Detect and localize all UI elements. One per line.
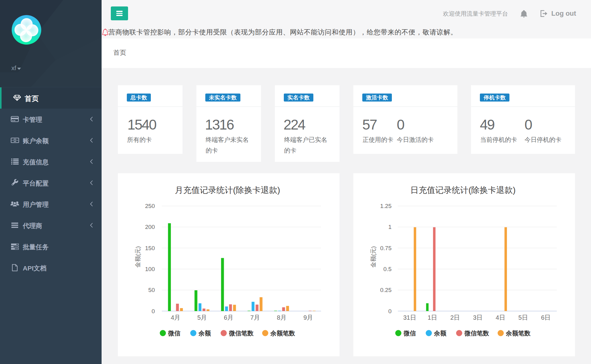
svg-text:1: 1 bbox=[14, 139, 15, 142]
svg-text:4日: 4日 bbox=[496, 314, 505, 321]
svg-text:6日: 6日 bbox=[541, 314, 551, 321]
svg-text:余额: 余额 bbox=[434, 330, 447, 337]
svg-text:1: 1 bbox=[388, 224, 392, 230]
svg-text:31日: 31日 bbox=[403, 314, 416, 321]
svg-text:6月: 6月 bbox=[224, 314, 233, 321]
svg-text:5月: 5月 bbox=[197, 314, 207, 321]
svg-text:7月: 7月 bbox=[250, 314, 260, 321]
svg-text:0: 0 bbox=[151, 308, 155, 314]
svg-text:1.25: 1.25 bbox=[380, 203, 392, 209]
svg-text:9月: 9月 bbox=[304, 314, 313, 321]
svg-text:8月: 8月 bbox=[277, 314, 287, 321]
svg-text:0: 0 bbox=[388, 308, 392, 314]
svg-text:2日: 2日 bbox=[450, 314, 460, 321]
svg-text:250: 250 bbox=[145, 203, 155, 209]
svg-text:200: 200 bbox=[145, 224, 155, 230]
svg-text:日充值记录统计(除换卡退款): 日充值记录统计(除换卡退款) bbox=[410, 186, 516, 195]
svg-text:4月: 4月 bbox=[171, 314, 180, 321]
svg-text:余额: 余额 bbox=[198, 330, 211, 337]
svg-text:100: 100 bbox=[145, 266, 155, 272]
svg-text:150: 150 bbox=[145, 245, 155, 251]
svg-text:5日: 5日 bbox=[518, 314, 528, 321]
svg-text:0.75: 0.75 bbox=[380, 245, 392, 251]
svg-text:余额笔数: 余额笔数 bbox=[506, 330, 531, 337]
svg-text:3日: 3日 bbox=[473, 314, 483, 321]
svg-text:0.5: 0.5 bbox=[384, 266, 392, 272]
svg-text:微信: 微信 bbox=[168, 330, 180, 337]
svg-text:微信: 微信 bbox=[403, 330, 416, 337]
svg-text:余额笔数: 余额笔数 bbox=[270, 330, 296, 337]
svg-text:1日: 1日 bbox=[428, 314, 437, 321]
svg-text:微信笔数: 微信笔数 bbox=[229, 330, 254, 337]
svg-text:微信笔数: 微信笔数 bbox=[464, 330, 489, 337]
svg-text:0.25: 0.25 bbox=[380, 287, 392, 293]
svg-text:金额(元): 金额(元) bbox=[135, 246, 141, 268]
svg-text:月充值记录统计(除换卡退款): 月充值记录统计(除换卡退款) bbox=[175, 186, 280, 195]
svg-text:50: 50 bbox=[148, 287, 155, 293]
svg-text:金额(元): 金额(元) bbox=[370, 246, 376, 268]
